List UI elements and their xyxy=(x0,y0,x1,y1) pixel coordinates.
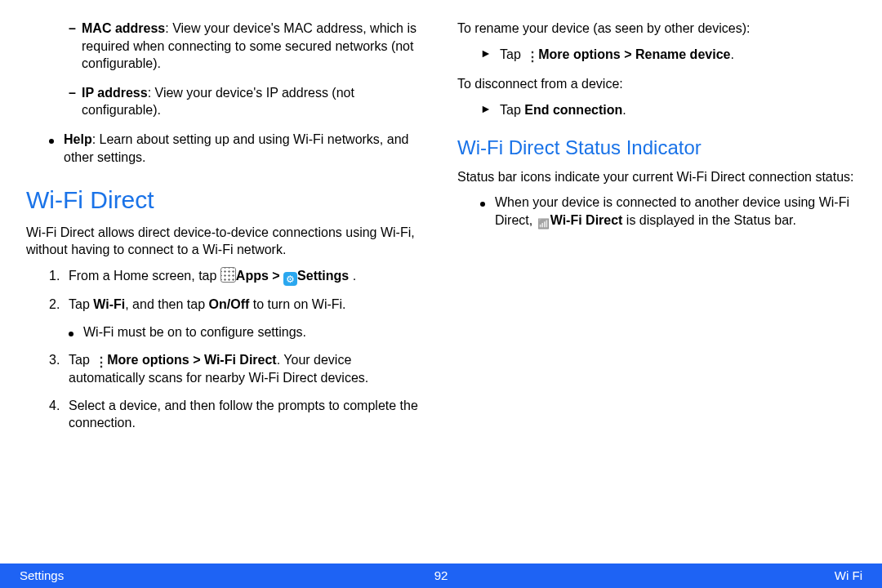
gear-icon xyxy=(283,272,297,286)
step3-gt: > xyxy=(189,353,204,367)
step1-text-a: From a Home screen, tap xyxy=(69,269,220,283)
disconnect-intro: To disconnect from a device: xyxy=(457,75,856,93)
mac-address-label: MAC address xyxy=(82,21,165,35)
step4-text: Select a device, and then follow the pro… xyxy=(69,397,425,432)
step-2: 2. Tap Wi-Fi, and then tap On/Off to tur… xyxy=(26,296,425,314)
step1-gt: > xyxy=(269,269,283,283)
step-number: 1. xyxy=(49,267,69,287)
step2-c: to turn on Wi-Fi. xyxy=(249,297,345,311)
heading-wifi-direct: Wi-Fi Direct xyxy=(26,184,425,217)
step2-b: , and then tap xyxy=(125,297,208,311)
list-item-ip-address: – IP address: View your device's IP addr… xyxy=(26,84,425,119)
two-column-layout: – MAC address: View your device's MAC ad… xyxy=(26,20,856,442)
step2-wifi: Wi-Fi xyxy=(93,297,125,311)
step-1: 1. From a Home screen, tap Apps > Settin… xyxy=(26,267,425,287)
heading-status-indicator: Wi-Fi Direct Status Indicator xyxy=(457,135,856,161)
help-text: : Learn about setting up and using Wi-Fi… xyxy=(64,132,408,164)
right-column: To rename your device (as seen by other … xyxy=(457,20,856,442)
bullet-icon xyxy=(480,194,495,230)
step-2-sub: Wi-Fi must be on to configure settings. xyxy=(26,323,425,341)
help-label: Help xyxy=(64,132,92,146)
status-bullet: When your device is connected to another… xyxy=(457,194,856,230)
dash-marker: – xyxy=(69,84,82,119)
step1-end: . xyxy=(349,269,356,283)
step2-sub-text: Wi-Fi must be on to configure settings. xyxy=(83,323,306,341)
arrow-icon: ► xyxy=(480,46,500,65)
step-number: 4. xyxy=(49,397,69,432)
step-3: 3. Tap More options > Wi-Fi Direct. Your… xyxy=(26,351,425,387)
bullet-icon xyxy=(49,131,64,166)
wifi-direct-intro: Wi-Fi Direct allows direct device-to-dev… xyxy=(26,224,425,259)
rename-step: ► Tap More options > Rename device. xyxy=(457,46,856,65)
disc-a: Tap xyxy=(500,103,524,117)
dash-marker: – xyxy=(69,20,82,73)
step3-a: Tap xyxy=(69,353,93,367)
page-number: 92 xyxy=(434,568,448,584)
list-item-help: Help: Learn about setting up and using W… xyxy=(26,131,425,166)
list-item-mac-address: – MAC address: View your device's MAC ad… xyxy=(26,20,425,73)
wifi-direct-icon xyxy=(537,216,550,230)
disc-dot: . xyxy=(622,103,626,117)
left-column: – MAC address: View your device's MAC ad… xyxy=(26,20,425,442)
status-label: Wi-Fi Direct xyxy=(550,213,623,227)
step3-wd: Wi-Fi Direct xyxy=(204,353,277,367)
more-options-icon xyxy=(93,355,107,369)
step2-a: Tap xyxy=(69,297,93,311)
ip-address-label: IP address xyxy=(82,86,148,100)
disc-end: End connection xyxy=(524,103,622,117)
rename-dev: Rename device xyxy=(635,47,731,61)
step-4: 4. Select a device, and then follow the … xyxy=(26,397,425,432)
disconnect-step: ► Tap End connection. xyxy=(457,101,856,119)
footer-left: Settings xyxy=(20,568,64,584)
rename-intro: To rename your device (as seen by other … xyxy=(457,20,856,38)
apps-icon xyxy=(220,267,236,283)
step1-settings: Settings xyxy=(297,269,349,283)
step2-onoff: On/Off xyxy=(209,297,250,311)
page: – MAC address: View your device's MAC ad… xyxy=(0,0,882,588)
page-footer: Settings 92 Wi Fi xyxy=(0,564,882,588)
step1-apps: Apps xyxy=(236,269,269,283)
step3-more: More options xyxy=(107,353,189,367)
status-b: is displayed in the Status bar. xyxy=(622,213,796,227)
more-options-icon xyxy=(524,50,538,64)
rename-more: More options xyxy=(538,47,620,61)
footer-right: Wi Fi xyxy=(835,568,862,584)
rename-gt: > xyxy=(621,47,635,61)
step-number: 3. xyxy=(49,351,69,387)
rename-a: Tap xyxy=(500,47,524,61)
arrow-icon: ► xyxy=(480,101,500,119)
step-number: 2. xyxy=(49,296,69,314)
status-intro: Status bar icons indicate your current W… xyxy=(457,168,856,186)
rename-end: . xyxy=(730,47,733,61)
bullet-icon xyxy=(69,323,83,341)
